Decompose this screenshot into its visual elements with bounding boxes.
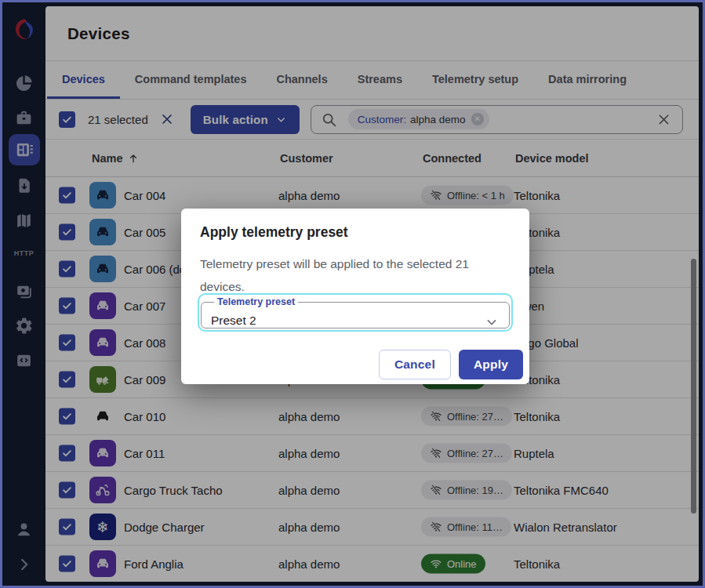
chevron-down-icon: [484, 314, 500, 333]
field-value: Preset 2: [211, 314, 256, 328]
dialog-title: Apply telemetry preset: [200, 224, 348, 241]
dialog-actions: Cancel Apply: [379, 350, 523, 379]
apply-button[interactable]: Apply: [459, 350, 523, 379]
apply-telemetry-preset-dialog: Apply telemetry preset Telemetry preset …: [181, 209, 529, 384]
telemetry-preset-select[interactable]: Telemetry preset Preset 2: [198, 293, 513, 332]
dialog-body-text: Telemetry preset will be applied to the …: [200, 252, 512, 298]
app-window: HTTP: [0, 0, 705, 588]
cancel-button[interactable]: Cancel: [379, 350, 451, 379]
field-label: Telemetry preset: [214, 296, 298, 307]
